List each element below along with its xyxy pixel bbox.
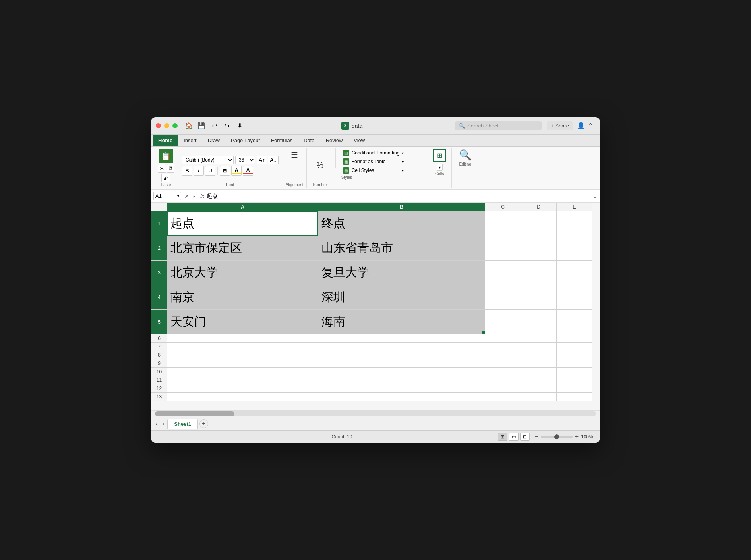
zoom-out-btn[interactable]: −: [534, 433, 538, 440]
share-button[interactable]: + Share: [547, 121, 573, 130]
copy-button[interactable]: ⧉: [167, 164, 174, 173]
cell-a3[interactable]: 北京大学: [167, 261, 318, 285]
tab-draw[interactable]: Draw: [202, 135, 225, 146]
home-icon[interactable]: 🏠: [184, 121, 194, 131]
cell-ref-box[interactable]: A1 ▾: [153, 192, 181, 200]
cell-a10[interactable]: [167, 368, 318, 376]
format-painter-button[interactable]: 🖌: [161, 174, 170, 182]
underline-button[interactable]: U: [205, 166, 215, 176]
cell-a4[interactable]: 南京: [167, 285, 318, 310]
font-family-select[interactable]: Calibri (Body): [182, 156, 234, 164]
cell-d12[interactable]: [521, 384, 557, 393]
tab-review[interactable]: Review: [320, 135, 348, 146]
cell-d1[interactable]: [521, 211, 557, 236]
cell-c2[interactable]: [485, 236, 521, 261]
profile-icon[interactable]: 👤: [576, 121, 586, 131]
formula-expand-btn[interactable]: ⌄: [593, 193, 598, 199]
cell-e12[interactable]: [557, 384, 592, 393]
cell-d8[interactable]: [521, 351, 557, 359]
cell-b11[interactable]: [318, 376, 485, 384]
cell-b1[interactable]: 终点: [318, 211, 485, 236]
cell-a8[interactable]: [167, 351, 318, 359]
cell-e1[interactable]: [557, 211, 592, 236]
tab-insert[interactable]: Insert: [178, 135, 202, 146]
font-color-button[interactable]: A: [243, 166, 253, 176]
cell-e5[interactable]: [557, 310, 592, 334]
more-icon[interactable]: ⬇: [235, 121, 244, 131]
cell-d7[interactable]: [521, 343, 557, 351]
grid-view-btn[interactable]: ⊞: [498, 433, 507, 441]
cell-c4[interactable]: [485, 285, 521, 310]
cell-a13[interactable]: [167, 393, 318, 401]
cell-c1[interactable]: [485, 211, 521, 236]
cell-e4[interactable]: [557, 285, 592, 310]
cell-e7[interactable]: [557, 343, 592, 351]
col-header-e[interactable]: E: [557, 203, 592, 211]
cell-b12[interactable]: [318, 384, 485, 393]
cell-c12[interactable]: [485, 384, 521, 393]
horizontal-scrollbar[interactable]: [155, 411, 596, 416]
cell-e3[interactable]: [557, 261, 592, 285]
decrease-font-btn[interactable]: A↓: [268, 156, 278, 164]
col-header-d[interactable]: D: [521, 203, 557, 211]
fill-color-button[interactable]: A: [231, 166, 242, 176]
scrollbar-thumb[interactable]: [155, 411, 234, 416]
cell-d10[interactable]: [521, 368, 557, 376]
cell-d2[interactable]: [521, 236, 557, 261]
format-as-table-item[interactable]: ▦ Format as Table ▾: [341, 158, 406, 166]
cell-c10[interactable]: [485, 368, 521, 376]
cell-a12[interactable]: [167, 384, 318, 393]
col-header-a[interactable]: A: [167, 203, 318, 211]
tab-data[interactable]: Data: [298, 135, 320, 146]
close-button[interactable]: [156, 123, 161, 128]
formula-confirm-btn[interactable]: ✓: [192, 193, 198, 199]
cell-c11[interactable]: [485, 376, 521, 384]
cell-c5[interactable]: [485, 310, 521, 334]
cell-b8[interactable]: [318, 351, 485, 359]
formula-input[interactable]: [207, 193, 590, 199]
cell-b7[interactable]: [318, 343, 485, 351]
cell-c9[interactable]: [485, 359, 521, 368]
cell-b3[interactable]: 复旦大学: [318, 261, 485, 285]
add-sheet-button[interactable]: +: [199, 419, 208, 428]
cell-e2[interactable]: [557, 236, 592, 261]
cell-b4[interactable]: 深圳: [318, 285, 485, 310]
maximize-button[interactable]: [172, 123, 178, 128]
undo-icon[interactable]: ↩: [209, 121, 219, 131]
cell-d4[interactable]: [521, 285, 557, 310]
cell-styles-item[interactable]: ▤ Cell Styles ▾: [341, 166, 406, 174]
cell-b5[interactable]: 海南: [318, 310, 485, 334]
cell-e11[interactable]: [557, 376, 592, 384]
sheet-tab-1[interactable]: Sheet1: [167, 419, 198, 429]
cell-b9[interactable]: [318, 359, 485, 368]
cell-b10[interactable]: [318, 368, 485, 376]
increase-font-btn[interactable]: A↑: [257, 156, 267, 164]
cell-b6[interactable]: [318, 334, 485, 343]
cell-a1[interactable]: 起点: [167, 211, 318, 236]
italic-button[interactable]: I: [194, 166, 204, 176]
cell-b13[interactable]: [318, 393, 485, 401]
redo-icon[interactable]: ↪: [222, 121, 232, 131]
page-break-view-btn[interactable]: ⊡: [520, 433, 530, 441]
cell-d5[interactable]: [521, 310, 557, 334]
cell-e6[interactable]: [557, 334, 592, 343]
conditional-formatting-item[interactable]: ▤ Conditional Formatting ▾: [341, 149, 406, 157]
collapse-icon[interactable]: ⌃: [586, 121, 595, 131]
cell-c8[interactable]: [485, 351, 521, 359]
cell-d6[interactable]: [521, 334, 557, 343]
borders-button[interactable]: ⊞: [220, 166, 230, 176]
col-header-b[interactable]: B: [318, 203, 485, 211]
cell-e8[interactable]: [557, 351, 592, 359]
cell-a2[interactable]: 北京市保定区: [167, 236, 318, 261]
cell-a11[interactable]: [167, 376, 318, 384]
number-button[interactable]: %: [313, 160, 327, 171]
sheet-next-btn[interactable]: ›: [161, 420, 166, 428]
cell-c13[interactable]: [485, 393, 521, 401]
tab-view[interactable]: View: [348, 135, 370, 146]
zoom-in-btn[interactable]: +: [575, 433, 579, 440]
tab-formulas[interactable]: Formulas: [265, 135, 298, 146]
tab-page-layout[interactable]: Page Layout: [225, 135, 265, 146]
cell-a9[interactable]: [167, 359, 318, 368]
cell-a5[interactable]: 天安门: [167, 310, 318, 334]
col-header-c[interactable]: C: [485, 203, 521, 211]
